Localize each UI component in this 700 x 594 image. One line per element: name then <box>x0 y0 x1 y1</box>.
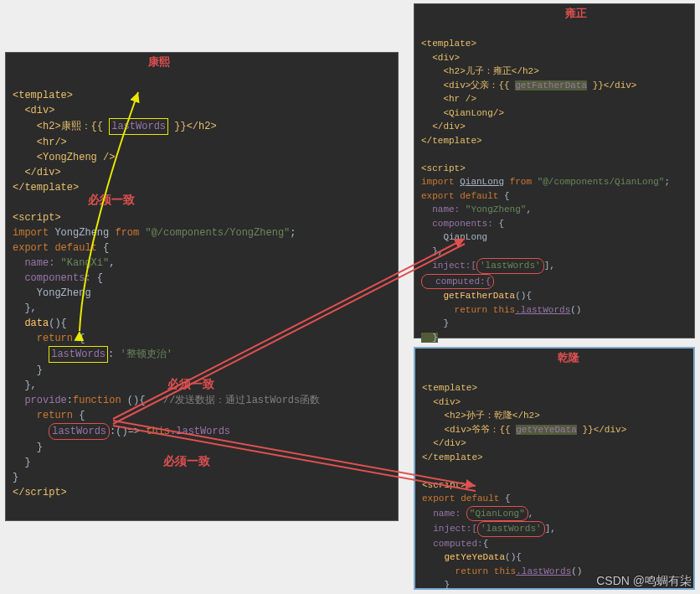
panel-yongzheng: 雍正 <template> <div> <h2>儿子：雍正</h2> <div>… <box>414 3 695 338</box>
highlight-name-qianlong: "QianLong" <box>466 506 528 522</box>
label-yongzheng: 雍正 <box>565 6 587 23</box>
highlight-inject-yongzheng: 'lastWords' <box>476 258 544 274</box>
highlight-lastwords-data: lastWords <box>49 346 108 363</box>
highlight-lastwords-template: lastWords <box>109 118 168 135</box>
panel-qianlong: 乾隆 <template> <div> <h2>孙子：乾隆</h2> <div>… <box>414 347 695 590</box>
label-qianlong: 乾隆 <box>558 350 579 367</box>
label-kangxi: 康熙 <box>148 54 170 71</box>
highlight-inject-qianlong: 'lastWords' <box>477 521 545 537</box>
note-must-match-3: 必须一致 <box>163 454 210 469</box>
panel-kangxi: 康熙 <template> <div> <h2>康熙：{{ lastWords … <box>5 52 399 521</box>
highlight-lastwords-provide: lastWords <box>49 423 110 440</box>
highlight-computed-yongzheng: computed:{ <box>421 274 494 290</box>
watermark: CSDN @鸣蜩有柒 <box>596 574 692 589</box>
note-must-match-1: 必须一致 <box>88 193 135 208</box>
note-must-match-2: 必须一致 <box>167 377 214 392</box>
